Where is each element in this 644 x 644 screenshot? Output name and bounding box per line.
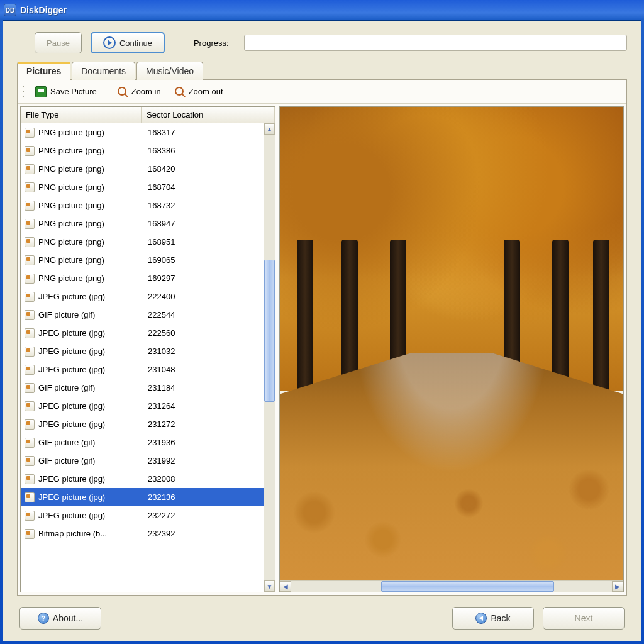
image-file-icon bbox=[25, 274, 35, 284]
list-item[interactable]: PNG picture (png)169297 bbox=[21, 269, 264, 287]
list-item[interactable]: JPEG picture (jpg)231264 bbox=[21, 397, 264, 415]
image-file-icon bbox=[25, 474, 35, 484]
list-item-type: PNG picture (png) bbox=[38, 274, 144, 283]
list-item-type: Bitmap picture (b... bbox=[38, 529, 144, 538]
list-item-sector: 232136 bbox=[148, 492, 260, 502]
list-item[interactable]: GIF picture (gif)231936 bbox=[21, 433, 264, 452]
list-item[interactable]: GIF picture (gif)231184 bbox=[21, 379, 264, 397]
list-item-sector: 231272 bbox=[148, 419, 260, 429]
list-item[interactable]: PNG picture (png)168951 bbox=[21, 233, 264, 251]
list-item-sector: 168704 bbox=[148, 182, 260, 192]
list-header: File Type Sector Location bbox=[21, 107, 275, 123]
list-item[interactable]: GIF picture (gif)231992 bbox=[21, 452, 264, 470]
list-item[interactable]: JPEG picture (jpg)231272 bbox=[21, 415, 264, 433]
titlebar[interactable]: DD DiskDigger bbox=[0, 0, 644, 20]
save-picture-button[interactable]: Save Picture bbox=[30, 84, 102, 100]
scroll-track[interactable] bbox=[264, 135, 275, 580]
list-item-sector: 231264 bbox=[148, 401, 260, 411]
pause-button[interactable]: Pause bbox=[35, 32, 82, 53]
image-file-icon bbox=[25, 347, 35, 357]
app-window: DD DiskDigger Pause Continue Progress: P… bbox=[0, 0, 644, 644]
image-file-icon bbox=[25, 328, 35, 338]
zoom-in-icon bbox=[118, 87, 128, 97]
list-item-type: PNG picture (png) bbox=[38, 164, 144, 174]
list-item[interactable]: JPEG picture (jpg)231032 bbox=[21, 342, 264, 360]
back-button-label: Back bbox=[491, 613, 510, 623]
zoom-out-button[interactable]: Zoom out bbox=[170, 84, 228, 99]
list-item-type: JPEG picture (jpg) bbox=[38, 328, 144, 338]
zoom-in-label: Zoom in bbox=[131, 87, 161, 96]
list-item-type: PNG picture (png) bbox=[38, 255, 144, 265]
zoom-out-label: Zoom out bbox=[189, 87, 223, 96]
tab-row: PicturesDocumentsMusic/Video bbox=[17, 62, 627, 80]
scroll-right-icon[interactable]: ▶ bbox=[612, 581, 623, 592]
column-header-sector[interactable]: Sector Location bbox=[142, 107, 275, 123]
list-item[interactable]: PNG picture (png)168386 bbox=[21, 142, 264, 160]
image-file-icon bbox=[25, 182, 35, 192]
zoom-in-button[interactable]: Zoom in bbox=[113, 84, 166, 99]
image-file-icon bbox=[25, 146, 35, 156]
list-item[interactable]: PNG picture (png)168947 bbox=[21, 214, 264, 233]
image-file-icon bbox=[25, 511, 35, 521]
list-item[interactable]: JPEG picture (jpg)222400 bbox=[21, 287, 264, 306]
toolbar-separator bbox=[106, 84, 106, 99]
list-item-sector: 222544 bbox=[148, 310, 260, 319]
list-item-sector: 232392 bbox=[148, 529, 260, 538]
list-item[interactable]: PNG picture (png)168420 bbox=[21, 160, 264, 178]
list-item[interactable]: Bitmap picture (b...232392 bbox=[21, 525, 264, 543]
scroll-left-icon[interactable]: ◀ bbox=[280, 581, 291, 592]
image-file-icon bbox=[25, 492, 35, 502]
list-item[interactable]: JPEG picture (jpg)222560 bbox=[21, 324, 264, 342]
list-item[interactable]: JPEG picture (jpg)232272 bbox=[21, 506, 264, 525]
back-button[interactable]: Back bbox=[452, 607, 534, 630]
list-item[interactable]: PNG picture (png)168317 bbox=[21, 123, 264, 142]
hscroll-thumb[interactable] bbox=[381, 581, 554, 592]
list-item-type: JPEG picture (jpg) bbox=[38, 419, 144, 429]
about-button[interactable]: ? About... bbox=[19, 607, 101, 630]
list-item[interactable]: GIF picture (gif)222544 bbox=[21, 306, 264, 324]
hscroll-track[interactable] bbox=[291, 581, 612, 592]
progress-label: Progress: bbox=[194, 38, 229, 48]
toolbar: Save Picture Zoom in Zoom out bbox=[18, 80, 626, 104]
list-item-type: JPEG picture (jpg) bbox=[38, 401, 144, 411]
scroll-up-icon[interactable]: ▲ bbox=[264, 123, 275, 135]
list-item[interactable]: JPEG picture (jpg)232136 bbox=[21, 488, 264, 506]
list-item-sector: 169297 bbox=[148, 274, 260, 283]
preview-image bbox=[280, 107, 623, 580]
list-item[interactable]: PNG picture (png)169065 bbox=[21, 251, 264, 269]
list-item[interactable]: JPEG picture (jpg)231048 bbox=[21, 360, 264, 379]
list-item-type: PNG picture (png) bbox=[38, 182, 144, 192]
column-header-filetype[interactable]: File Type bbox=[21, 107, 142, 123]
list-item-sector: 222400 bbox=[148, 292, 260, 301]
image-file-icon bbox=[25, 310, 35, 320]
scroll-down-icon[interactable]: ▼ bbox=[264, 580, 275, 592]
list-item-type: PNG picture (png) bbox=[38, 237, 144, 247]
scroll-thumb[interactable] bbox=[264, 260, 275, 402]
tab-music-video[interactable]: Music/Video bbox=[136, 62, 203, 80]
list-item-type: GIF picture (gif) bbox=[38, 310, 144, 319]
continue-button[interactable]: Continue bbox=[91, 32, 165, 53]
list-item-type: GIF picture (gif) bbox=[38, 383, 144, 392]
list-item[interactable]: PNG picture (png)168704 bbox=[21, 178, 264, 196]
toolbar-grip-icon[interactable] bbox=[23, 85, 26, 99]
image-file-icon bbox=[25, 456, 35, 466]
image-file-icon bbox=[25, 401, 35, 411]
tab-pictures[interactable]: Pictures bbox=[17, 62, 70, 80]
preview-hscrollbar[interactable]: ◀ ▶ bbox=[280, 580, 623, 592]
image-file-icon bbox=[25, 128, 35, 138]
list-scrollbar[interactable]: ▲ ▼ bbox=[264, 123, 275, 592]
list-item[interactable]: JPEG picture (jpg)232008 bbox=[21, 470, 264, 488]
next-button[interactable]: Next bbox=[543, 607, 625, 630]
list-item-type: PNG picture (png) bbox=[38, 219, 144, 228]
list-item-type: PNG picture (png) bbox=[38, 146, 144, 155]
client-area: Pause Continue Progress: PicturesDocumen… bbox=[3, 20, 641, 641]
list-item-sector: 168386 bbox=[148, 146, 260, 155]
image-file-icon bbox=[25, 529, 35, 539]
list-item-sector: 231048 bbox=[148, 365, 260, 374]
image-file-icon bbox=[25, 237, 35, 247]
help-icon: ? bbox=[38, 613, 49, 624]
list-item-type: JPEG picture (jpg) bbox=[38, 492, 144, 502]
list-item[interactable]: PNG picture (png)168732 bbox=[21, 196, 264, 214]
tab-documents[interactable]: Documents bbox=[72, 62, 135, 80]
image-file-icon bbox=[25, 365, 35, 375]
